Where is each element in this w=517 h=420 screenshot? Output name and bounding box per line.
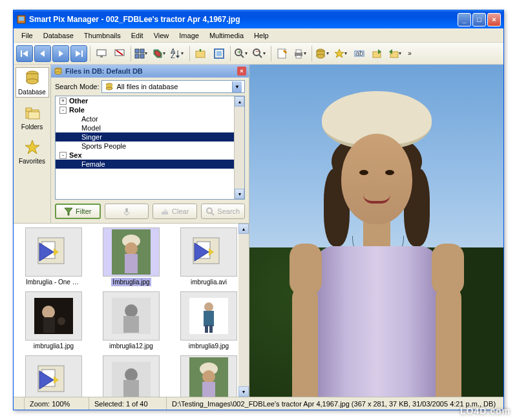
tag-button[interactable]: ▾ [152, 45, 169, 62]
app-icon [16, 14, 26, 25]
svg-rect-75 [125, 254, 138, 273]
view-mode-button[interactable]: ▾ [134, 45, 151, 62]
tree-node[interactable]: Sports People [56, 142, 244, 151]
menu-view[interactable]: View [149, 30, 174, 41]
thumbnail[interactable]: Imbruglia - One M... [16, 226, 91, 288]
expand-icon[interactable]: + [59, 98, 67, 105]
rename-button[interactable]: ab [351, 45, 368, 62]
edit-button[interactable] [274, 45, 291, 62]
titlebar[interactable]: Smart Pix Manager - 002_FDBLee's tractor… [14, 10, 503, 28]
filter-button[interactable]: Filter [55, 204, 101, 219]
scroll-down-icon[interactable]: ▾ [238, 386, 249, 397]
nav-next-button[interactable] [52, 45, 69, 62]
thumbnail-image [25, 355, 82, 397]
menu-image[interactable]: Image [174, 30, 204, 41]
toolbar-overflow-button[interactable]: » [405, 45, 414, 62]
thumbs-scrollbar[interactable]: ▴ ▾ [238, 224, 249, 397]
zoom-in-button[interactable]: +▾ [233, 45, 250, 62]
collapse-icon[interactable]: - [59, 152, 67, 159]
close-button[interactable]: × [487, 13, 501, 26]
thumbnail-label: Imbruglia.jpg [111, 278, 151, 286]
svg-rect-90 [205, 325, 208, 333]
sort-button[interactable]: AZ▾ [170, 45, 187, 62]
app-window: Smart Pix Manager - 002_FDBLee's tractor… [13, 10, 504, 410]
favorite-button[interactable]: ▾ [333, 45, 350, 62]
svg-rect-1 [19, 17, 24, 21]
sidebar-item-favorites[interactable]: Favorites [16, 137, 49, 166]
svg-rect-22 [196, 51, 205, 58]
scroll-down-icon[interactable]: ▾ [235, 189, 244, 199]
search-mode-select[interactable]: All files in database ▼ [101, 80, 245, 93]
nav-prev-button[interactable] [34, 45, 51, 62]
menu-thumbnails[interactable]: Thumbnails [79, 30, 126, 41]
svg-rect-52 [26, 108, 32, 111]
thumbnail[interactable]: imbruglia12.jpg [94, 290, 169, 352]
tree-scrollbar[interactable]: ▴ ▾ [234, 96, 244, 199]
menu-edit[interactable]: Edit [126, 30, 149, 41]
tree-node-label: Female [81, 160, 105, 168]
thumbnail-grid[interactable]: ▴ ▾ Imbruglia - One M...Imbruglia.jpgimb… [14, 223, 249, 397]
sidebar-item-database[interactable]: Database [16, 67, 49, 98]
nav-first-button[interactable] [16, 45, 33, 62]
minimize-button[interactable]: _ [458, 13, 471, 26]
menu-multimedia[interactable]: Multimedia [204, 30, 249, 41]
sidebar-item-folders[interactable]: Folders [16, 103, 49, 132]
category-tree[interactable]: +Other-RoleActorModelSingerSports People… [55, 96, 245, 200]
thumbnail[interactable] [94, 354, 169, 397]
open-folder-button[interactable] [193, 45, 209, 62]
thumbnail[interactable]: imbruglia1.jpg [16, 290, 91, 352]
svg-point-88 [204, 302, 213, 311]
tree-node-label: Actor [81, 115, 98, 123]
thumbnail-image [25, 291, 82, 341]
slideshow-button[interactable] [93, 45, 110, 62]
thumbnail[interactable] [171, 354, 246, 397]
left-column: Database Folders Favorites [14, 65, 249, 397]
thumbnail-image [180, 291, 237, 341]
export-button[interactable] [369, 45, 386, 62]
tree-node[interactable]: Female [56, 160, 244, 169]
tree-node[interactable]: -Role [56, 105, 244, 114]
menu-database[interactable]: Database [38, 30, 79, 41]
tree-node-label: Model [81, 124, 101, 132]
menu-file[interactable]: File [16, 30, 38, 41]
zoom-out-button[interactable]: −▾ [251, 45, 268, 62]
thumbnail-image [25, 227, 82, 277]
tree-node[interactable]: Singer [56, 132, 244, 142]
fullscreen-button[interactable] [211, 45, 227, 62]
maximize-button[interactable]: □ [472, 13, 486, 26]
filter-panel-close-button[interactable]: × [237, 67, 246, 76]
tree-node[interactable]: +Other [56, 96, 244, 105]
mic-button[interactable] [105, 204, 149, 219]
statusbar: Zoom: 100% Selected: 1 of 40 D:\Testing_… [14, 397, 503, 410]
svg-rect-12 [135, 49, 139, 53]
status-zoom: Zoom: 100% [25, 397, 89, 410]
scroll-up-icon[interactable]: ▴ [235, 96, 244, 107]
tree-node-label: Sports People [81, 142, 126, 150]
scroll-up-icon[interactable]: ▴ [238, 224, 249, 234]
nav-last-button[interactable] [70, 45, 87, 62]
thumbnail[interactable]: imbruglia9.jpg [171, 290, 246, 352]
preview-pane[interactable] [249, 65, 503, 397]
status-path: D:\Testing_Images\002_FDBLee's tractor A… [167, 397, 503, 410]
search-button[interactable]: Search [201, 204, 246, 219]
collapse-icon[interactable]: - [59, 107, 67, 114]
slideshow-stop-button[interactable] [111, 45, 128, 62]
print-button[interactable]: ▾ [292, 45, 309, 62]
import-button[interactable]: ▾ [387, 45, 404, 62]
menu-help[interactable]: Help [249, 30, 274, 41]
svg-marker-41 [335, 49, 344, 58]
thumbnail[interactable]: Imbruglia.jpg [94, 226, 169, 288]
tree-node[interactable]: Model [56, 123, 244, 132]
thumbnail[interactable]: imbruglia.avi [171, 226, 246, 288]
thumbnail-image [103, 227, 160, 277]
tree-node[interactable]: Actor [56, 114, 244, 123]
svg-point-40 [317, 54, 324, 58]
clear-button[interactable]: Clear [153, 204, 197, 219]
svg-text:Z: Z [171, 52, 175, 59]
thumbnail[interactable] [16, 354, 91, 397]
svg-rect-37 [296, 56, 301, 58]
tree-node[interactable]: -Sex [56, 151, 244, 160]
svg-rect-102 [202, 382, 215, 397]
db-small-icon [54, 67, 63, 76]
database-add-button[interactable]: ▾ [315, 45, 332, 62]
